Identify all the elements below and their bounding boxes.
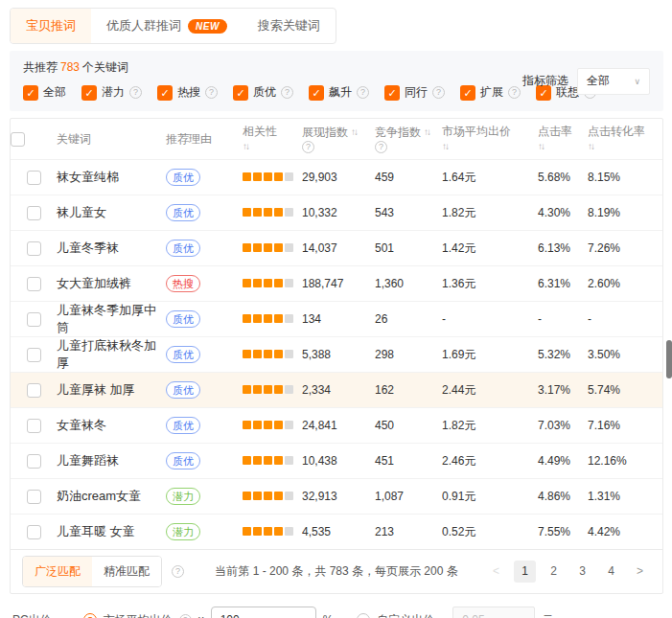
checkbox-checked-icon[interactable]: ✓: [23, 85, 38, 101]
filter-checkbox-qianli[interactable]: ✓潜力?: [81, 84, 142, 101]
relevance-bar: [274, 314, 283, 323]
relevance-bar: [253, 208, 262, 217]
pagination-page-2[interactable]: 2: [543, 561, 565, 583]
sort-icon[interactable]: ↑↓: [442, 140, 538, 153]
keyword-cell: 袜儿童女: [57, 204, 166, 221]
column-header-cvr: 点击转化率 ↑↓: [588, 125, 662, 153]
sort-icon[interactable]: ↑↓: [243, 140, 302, 153]
help-icon[interactable]: ?: [508, 86, 521, 99]
help-icon[interactable]: ?: [179, 614, 192, 618]
reason-cell: 质优: [166, 417, 243, 434]
column-header-ctr: 点击率 ↑↓: [538, 125, 588, 153]
filter-checkbox-all[interactable]: ✓全部: [23, 84, 66, 101]
broad-match-button[interactable]: 广泛匹配: [23, 557, 92, 586]
relevance-bars: [243, 527, 293, 536]
column-header-relevance: 相关性 ↑↓: [243, 125, 302, 153]
row-checkbox[interactable]: [27, 419, 41, 433]
market-bid-percent-input[interactable]: [211, 607, 316, 618]
row-checkbox[interactable]: [27, 277, 41, 291]
row-checkbox-cell: [11, 419, 57, 433]
relevance-bar: [285, 421, 293, 429]
yuan-unit: 元: [542, 612, 553, 618]
row-checkbox[interactable]: [27, 312, 41, 327]
custom-bid-input[interactable]: [452, 607, 535, 618]
relevance-cell: [243, 419, 302, 432]
pagination-page-4[interactable]: 4: [600, 561, 622, 583]
row-checkbox[interactable]: [27, 454, 41, 469]
impressions-value: 10,438: [302, 454, 375, 468]
relevance-bar: [253, 279, 262, 287]
tab-crowd-promote[interactable]: 优质人群推词 NEW: [91, 9, 243, 43]
tab-item-promote[interactable]: 宝贝推词: [11, 9, 91, 43]
help-icon[interactable]: ?: [129, 86, 142, 99]
filter-checkbox-resou[interactable]: ✓热搜?: [157, 84, 218, 101]
help-icon[interactable]: ?: [172, 565, 184, 578]
checkbox-checked-icon[interactable]: ✓: [384, 85, 400, 101]
impressions-value: 188,747: [302, 277, 375, 290]
row-checkbox[interactable]: [27, 171, 41, 185]
sort-icon[interactable]: ↑↓: [351, 126, 357, 139]
help-icon[interactable]: ?: [281, 86, 293, 99]
relevance-bar: [253, 314, 262, 323]
sort-icon[interactable]: ↑↓: [424, 126, 429, 139]
filter-checkbox-biaosheng[interactable]: ✓飙升?: [309, 84, 369, 101]
keyword-cell: 儿童打底袜秋冬加厚: [57, 337, 166, 372]
relevance-bars: [243, 279, 293, 287]
tab-search-keyword[interactable]: 搜索关键词: [243, 9, 336, 43]
relevance-cell: [243, 312, 302, 326]
cvr-value: 1.31%: [588, 490, 662, 503]
filter-checkbox-zhiyou[interactable]: ✓质优?: [233, 84, 293, 101]
sort-icon[interactable]: ↑↓: [588, 140, 662, 153]
checkbox-checked-icon[interactable]: ✓: [309, 85, 324, 101]
checkbox-checked-icon[interactable]: ✓: [233, 85, 248, 101]
help-icon[interactable]: ?: [205, 86, 218, 99]
ctr-value: 4.49%: [538, 454, 588, 468]
pagination-next[interactable]: >: [629, 561, 651, 583]
row-checkbox[interactable]: [27, 525, 41, 539]
competition-value: 543: [375, 206, 442, 219]
competition-value: 451: [375, 454, 442, 468]
relevance-bar: [264, 350, 272, 358]
relevance-bar: [274, 527, 283, 536]
scrollbar-thumb[interactable]: [666, 340, 672, 378]
sort-icon[interactable]: ↑↓: [538, 140, 588, 153]
metric-filter-select[interactable]: 全部 ∨: [577, 68, 650, 95]
ctr-value: 4.86%: [538, 490, 588, 503]
help-icon[interactable]: ?: [302, 141, 314, 153]
cvr-value: -: [588, 312, 662, 326]
relevance-bar: [285, 350, 293, 358]
relevance-bar: [243, 314, 251, 323]
filter-checkbox-tonghang[interactable]: ✓同行?: [384, 84, 445, 101]
row-checkbox[interactable]: [27, 241, 41, 256]
relevance-bar: [264, 243, 272, 252]
tab-label: 宝贝推词: [26, 17, 76, 34]
help-icon[interactable]: ?: [432, 86, 445, 99]
reason-cell: 质优: [166, 310, 243, 328]
pc-bid-label: PC出价：: [12, 612, 63, 618]
help-icon[interactable]: ?: [375, 141, 387, 153]
custom-bid-label: 自定义出价：: [377, 612, 446, 618]
checkbox-checked-icon[interactable]: ✓: [81, 85, 97, 101]
checkbox-checked-icon[interactable]: ✓: [157, 85, 173, 101]
relevance-bar: [274, 350, 283, 358]
row-checkbox[interactable]: [27, 490, 41, 504]
column-header-avg-bid: 市场平均出价 ↑↓: [442, 125, 538, 153]
row-checkbox-cell: [11, 383, 57, 398]
row-checkbox-cell: [11, 312, 57, 327]
row-checkbox[interactable]: [27, 348, 41, 362]
filter-checkbox-kuozhan[interactable]: ✓扩展?: [460, 84, 521, 101]
custom-bid-radio[interactable]: [357, 613, 370, 618]
pagination-prev[interactable]: <: [485, 561, 507, 583]
select-all-checkbox[interactable]: [11, 132, 25, 147]
row-checkbox[interactable]: [27, 383, 41, 398]
pagination-page-3[interactable]: 3: [571, 561, 593, 583]
row-checkbox[interactable]: [27, 206, 41, 220]
pagination-page-1[interactable]: 1: [514, 561, 536, 583]
relevance-bar: [285, 314, 293, 323]
exact-match-button[interactable]: 精准匹配: [92, 557, 161, 586]
checkbox-checked-icon[interactable]: ✓: [460, 85, 475, 101]
help-icon[interactable]: ?: [357, 86, 369, 99]
multiply-sign: x: [198, 613, 204, 618]
market-bid-radio[interactable]: [83, 613, 97, 618]
ctr-value: -: [538, 312, 588, 326]
